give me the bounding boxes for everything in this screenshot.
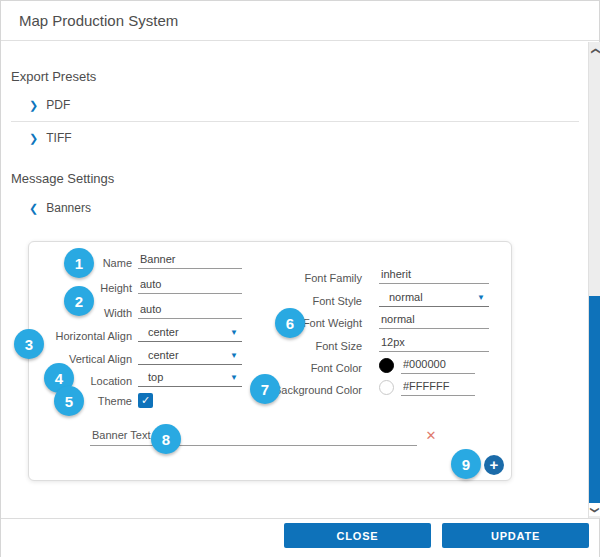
map-production-system-dialog: Map Production System Export Presets ❯ P… — [0, 0, 600, 557]
font-size-label: Font Size — [209, 340, 362, 352]
scroll-up-button[interactable]: ❯ — [589, 44, 600, 57]
preset-row-pdf[interactable]: ❯ PDF — [29, 98, 70, 112]
font-style-select[interactable]: normal ▼ — [379, 291, 489, 307]
chevron-up-icon: ❯ — [590, 47, 600, 55]
chevron-right-icon: ❯ — [29, 132, 38, 145]
scrollbar-thumb[interactable] — [589, 296, 600, 503]
font-style-value: normal — [389, 291, 423, 303]
dialog-footer: CLOSE UPDATE — [1, 518, 599, 557]
background-color-input[interactable] — [401, 380, 475, 396]
chevron-down-icon: ❯ — [590, 506, 600, 514]
banner-text-field[interactable]: Banner Text — [90, 424, 417, 446]
vertical-align-value: center — [148, 349, 179, 361]
banner-text-input[interactable] — [153, 433, 417, 445]
banner-text-label: Banner Text — [90, 429, 153, 445]
caret-down-icon: ▼ — [477, 293, 485, 303]
callout-7: 7 — [250, 374, 280, 404]
dialog-header: Map Production System — [1, 1, 599, 41]
banners-back-link[interactable]: ❮ Banners — [29, 201, 91, 215]
close-button[interactable]: CLOSE — [284, 523, 431, 548]
preset-label-pdf: PDF — [46, 98, 70, 112]
horizontal-align-label: Horizontal Align — [29, 330, 132, 342]
callout-9: 9 — [451, 449, 481, 479]
update-button[interactable]: UPDATE — [442, 523, 589, 548]
font-family-label: Font Family — [209, 272, 362, 284]
message-settings-heading: Message Settings — [11, 171, 114, 186]
preset-label-tiff: TIFF — [46, 131, 71, 145]
scroll-down-button[interactable]: ❯ — [589, 503, 600, 516]
remove-banner-button[interactable]: ✕ — [423, 428, 439, 444]
horizontal-align-value: center — [148, 326, 179, 338]
font-weight-input[interactable] — [379, 313, 489, 329]
banners-back-label: Banners — [46, 201, 91, 215]
location-value: top — [148, 371, 163, 383]
callout-8: 8 — [151, 424, 181, 454]
font-style-label: Font Style — [209, 295, 362, 307]
font-color-input[interactable] — [401, 358, 475, 374]
add-banner-button[interactable]: + — [484, 455, 504, 475]
callout-2: 2 — [64, 286, 94, 316]
callout-5: 5 — [54, 386, 84, 416]
callout-1: 1 — [64, 248, 94, 278]
preset-row-tiff[interactable]: ❯ TIFF — [29, 131, 72, 145]
theme-checkbox[interactable]: ✓ — [138, 393, 153, 408]
vertical-align-label: Vertical Align — [29, 353, 132, 365]
font-color-label: Font Color — [209, 362, 362, 374]
chevron-left-icon: ❮ — [29, 202, 38, 215]
font-color-swatch[interactable] — [379, 358, 394, 373]
caret-down-icon: ▼ — [230, 351, 238, 361]
plus-icon: + — [490, 456, 499, 473]
background-color-swatch[interactable] — [379, 380, 394, 395]
caret-down-icon: ▼ — [230, 373, 238, 383]
close-icon: ✕ — [426, 428, 437, 443]
check-icon: ✓ — [141, 394, 150, 406]
banner-settings-panel: Name Height Width Horizontal Align Verti… — [28, 241, 512, 481]
divider — [11, 121, 579, 122]
caret-down-icon: ▼ — [230, 328, 238, 338]
dialog-title: Map Production System — [19, 12, 178, 29]
callout-3: 3 — [14, 329, 44, 359]
export-presets-heading: Export Presets — [11, 69, 96, 84]
chevron-right-icon: ❯ — [29, 99, 38, 112]
background-color-label: Background Color — [209, 384, 362, 396]
vertical-scrollbar[interactable]: ❯ ❯ — [588, 42, 600, 518]
font-family-input[interactable] — [379, 268, 489, 284]
callout-6: 6 — [275, 308, 305, 338]
font-size-input[interactable] — [379, 336, 489, 352]
name-input[interactable] — [138, 253, 242, 269]
